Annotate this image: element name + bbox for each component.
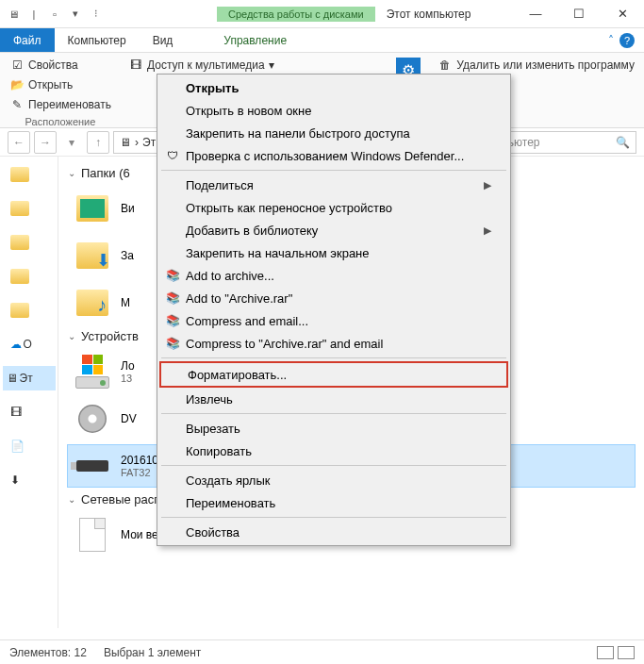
window-controls: — ☐ ✕ <box>514 0 644 28</box>
menu-defender-scan[interactable]: 🛡Проверка с использованием Windows Defen… <box>159 144 508 167</box>
folder-icon: ♪ <box>76 290 108 316</box>
nav-item[interactable]: ⬇ <box>10 468 48 492</box>
item-label: За <box>121 249 134 262</box>
search-icon: 🔍 <box>616 136 630 149</box>
item-label: М <box>121 296 130 309</box>
media-access-button[interactable]: 🎞Доступ к мультимедиа ▾ <box>126 57 276 74</box>
menu-format[interactable]: Форматировать... <box>159 361 508 388</box>
nav-item[interactable] <box>10 196 48 221</box>
qat-overflow[interactable]: ⁝ <box>89 7 104 22</box>
forward-button[interactable]: → <box>34 131 57 154</box>
qat-btn[interactable]: ▫ <box>47 7 62 22</box>
menu-open-new-window[interactable]: Открыть в новом окне <box>159 99 508 122</box>
folder-icon <box>10 303 29 318</box>
nav-item[interactable] <box>10 298 48 323</box>
media-access-label: Доступ к мультимедиа <box>147 58 265 72</box>
menu-eject[interactable]: Извлечь <box>159 388 508 410</box>
nav-label: Эт <box>20 372 33 385</box>
menu-label: Add to archive... <box>186 269 274 283</box>
nav-item[interactable] <box>10 264 48 289</box>
properties-label: Свойства <box>28 58 78 72</box>
menu-label: Compress to "Archive.rar" and email <box>186 337 383 351</box>
menu-label: Закрепить на панели быстрого доступа <box>186 126 410 141</box>
windows-icon <box>82 355 103 374</box>
up-button[interactable]: ↑ <box>87 131 109 154</box>
tab-computer[interactable]: Компьютер <box>55 28 140 52</box>
menu-open-portable[interactable]: Открыть как переносное устройство <box>159 196 508 219</box>
close-button[interactable]: ✕ <box>601 0 644 28</box>
nav-item-thispc[interactable]: 🖥Эт <box>3 366 56 390</box>
view-switcher[interactable] <box>597 646 635 659</box>
pc-icon: 🖥 <box>7 372 18 385</box>
nav-item[interactable] <box>10 162 48 187</box>
history-dropdown[interactable]: ▾ <box>60 131 83 154</box>
menu-cut[interactable]: Вырезать <box>159 417 508 440</box>
window-title: Этот компьютер <box>387 8 471 21</box>
group-label-location: Расположение <box>8 116 113 127</box>
item-label: DV <box>121 412 137 425</box>
video-icon: 🎞 <box>10 406 22 419</box>
music-overlay-icon: ♪ <box>97 294 107 316</box>
chevron-up-icon[interactable]: ˄ <box>608 34 614 47</box>
tab-view[interactable]: Вид <box>140 28 187 52</box>
qat-sep: | <box>26 7 41 22</box>
folder-icon: ⬇ <box>76 242 108 269</box>
nav-item[interactable]: 📄 <box>10 434 48 458</box>
menu-properties[interactable]: Свойства <box>159 521 508 543</box>
nav-pane[interactable]: ☁ O 🖥Эт 🎞 📄 ⬇ <box>0 157 58 628</box>
open-icon: 📂 <box>9 77 25 92</box>
status-selection: Выбран 1 элемент <box>104 646 201 659</box>
details-view-icon[interactable] <box>597 646 614 659</box>
properties-button[interactable]: ☑Свойства <box>8 57 113 74</box>
tiles-view-icon[interactable] <box>618 646 635 659</box>
menu-label: Поделиться <box>186 178 254 192</box>
group-folders-label: Папки (6 <box>81 166 130 180</box>
rename-button[interactable]: ✎Переименовать <box>8 96 113 113</box>
nav-item[interactable]: 🎞 <box>10 400 48 424</box>
menu-add-library[interactable]: Добавить в библиотеку▶ <box>159 219 508 241</box>
properties-icon: ☑ <box>9 58 25 73</box>
item-sublabel: 13 <box>121 373 135 384</box>
download-icon: ⬇ <box>10 473 20 487</box>
nav-item[interactable] <box>10 230 48 255</box>
menu-share[interactable]: Поделиться▶ <box>159 174 508 196</box>
nav-item-onedrive[interactable]: ☁ O <box>10 332 48 357</box>
download-overlay-icon: ⬇ <box>96 250 110 271</box>
drive-icon <box>75 376 109 389</box>
media-icon: 🎞 <box>128 58 143 73</box>
menu-label: Открыть <box>186 81 239 95</box>
quick-access-toolbar: 🖥 | ▫ ▾ ⁝ <box>0 7 104 22</box>
folder-icon <box>10 167 29 182</box>
menu-copy[interactable]: Копировать <box>159 440 508 462</box>
open-button[interactable]: 📂Открыть <box>8 76 113 93</box>
pc-icon: 🖥 <box>120 136 131 149</box>
dropdown-icon: ▾ <box>269 58 274 72</box>
qat-btn[interactable]: ▾ <box>68 7 83 22</box>
tab-file[interactable]: Файл <box>0 28 55 52</box>
menu-pin-quick-access[interactable]: Закрепить на панели быстрого доступа <box>159 122 508 144</box>
maximize-button[interactable]: ☐ <box>557 0 601 28</box>
menu-add-archive[interactable]: 📚Add to archive... <box>159 264 508 287</box>
menu-open[interactable]: Открыть <box>159 76 508 99</box>
folder-icon <box>10 269 29 284</box>
menu-add-rar[interactable]: 📚Add to "Archive.rar" <box>159 287 508 309</box>
back-button[interactable]: ← <box>8 131 30 154</box>
uninstall-button[interactable]: 🗑Удалить или изменить программу <box>436 57 636 74</box>
file-icon <box>79 518 106 552</box>
status-bar: Элементов: 12 Выбран 1 элемент <box>0 639 644 664</box>
menu-rename[interactable]: Переименовать <box>159 491 508 514</box>
menu-compress-rar-email[interactable]: 📚Compress to "Archive.rar" and email <box>159 332 508 355</box>
menu-separator <box>161 465 506 466</box>
help-icon[interactable]: ? <box>619 33 635 48</box>
menu-pin-start[interactable]: Закрепить на начальном экране <box>159 241 508 264</box>
chevron-right-icon: › <box>135 136 139 149</box>
tab-manage[interactable]: Управление <box>210 28 300 52</box>
menu-separator <box>161 413 506 414</box>
menu-compress-email[interactable]: 📚Compress and email... <box>159 309 508 332</box>
minimize-button[interactable]: — <box>514 0 557 28</box>
uninstall-label: Удалить или изменить программу <box>456 58 635 72</box>
menu-create-shortcut[interactable]: Создать ярлык <box>159 469 508 491</box>
folder-icon <box>10 235 29 250</box>
item-label: Ло <box>121 359 135 373</box>
menu-separator <box>161 357 506 358</box>
